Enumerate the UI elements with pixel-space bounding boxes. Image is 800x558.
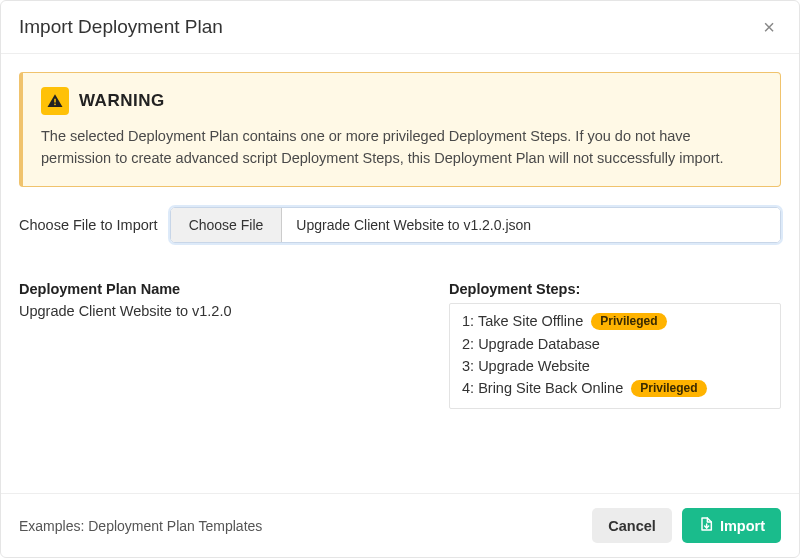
warning-text: The selected Deployment Plan contains on… [41,125,762,170]
steps-list: 1: Take Site Offline Privileged 2: Upgra… [449,303,781,409]
modal-title: Import Deployment Plan [19,16,223,38]
plan-details: Deployment Plan Name Upgrade Client Webs… [19,281,781,409]
cancel-button[interactable]: Cancel [592,508,672,543]
step-item: 4: Bring Site Back Online Privileged [462,377,768,400]
modal-footer: Examples: Deployment Plan Templates Canc… [1,493,799,557]
choose-file-button[interactable]: Choose File [171,208,283,242]
close-icon: × [763,16,775,38]
selected-filename: Upgrade Client Website to v1.2.0.json [282,208,780,242]
import-button-label: Import [720,518,765,534]
modal-body: WARNING The selected Deployment Plan con… [1,54,799,493]
step-label: 3: Upgrade Website [462,358,590,374]
import-deployment-plan-modal: Import Deployment Plan × WARNING The sel… [0,0,800,558]
close-button[interactable]: × [757,15,781,39]
file-chooser-row: Choose File to Import Choose File Upgrad… [19,207,781,243]
plan-steps-heading: Deployment Steps: [449,281,781,297]
warning-header: WARNING [41,87,762,115]
step-item: 3: Upgrade Website [462,355,768,377]
file-chooser-label: Choose File to Import [19,217,158,233]
step-label: 2: Upgrade Database [462,336,600,352]
warning-title: WARNING [79,91,165,111]
svg-rect-0 [54,99,56,103]
import-icon [698,516,714,535]
privileged-badge: Privileged [631,380,706,397]
step-item: 2: Upgrade Database [462,333,768,355]
plan-name-section: Deployment Plan Name Upgrade Client Webs… [19,281,409,409]
privileged-badge: Privileged [591,313,666,330]
plan-name-value: Upgrade Client Website to v1.2.0 [19,303,409,319]
warning-icon [41,87,69,115]
import-button[interactable]: Import [682,508,781,543]
step-label: 4: Bring Site Back Online [462,380,623,396]
step-item: 1: Take Site Offline Privileged [462,310,768,333]
step-label: 1: Take Site Offline [462,313,583,329]
plan-name-heading: Deployment Plan Name [19,281,409,297]
modal-header: Import Deployment Plan × [1,1,799,54]
footer-buttons: Cancel Import [592,508,781,543]
plan-steps-section: Deployment Steps: 1: Take Site Offline P… [449,281,781,409]
file-input[interactable]: Choose File Upgrade Client Website to v1… [170,207,781,243]
svg-rect-1 [54,104,56,106]
warning-panel: WARNING The selected Deployment Plan con… [19,72,781,187]
examples-templates-link[interactable]: Examples: Deployment Plan Templates [19,518,262,534]
